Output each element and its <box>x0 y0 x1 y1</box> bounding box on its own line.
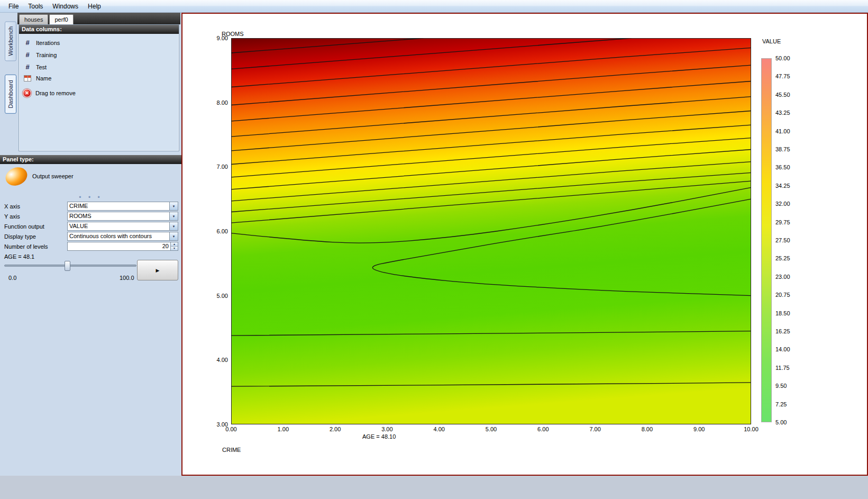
number-of-levels-value[interactable]: 20 <box>68 242 170 250</box>
drag-to-remove-target[interactable]: ✕ Drag to remove <box>19 84 179 99</box>
colorbar-tick-label: 47.75 <box>775 73 790 79</box>
dropdown-arrow-icon[interactable]: ▼ <box>169 212 178 220</box>
vertical-tab-dashboard[interactable]: Dashboard <box>5 75 16 114</box>
sweep-play-button[interactable]: ▶ <box>137 260 178 280</box>
sidebar: Workbench Dashboard houses perf0 Data co… <box>0 13 181 476</box>
spinner-up-icon[interactable]: ▲ <box>171 242 178 247</box>
colorbar-tick-label: 38.75 <box>775 146 790 152</box>
display-type-row: Display type Continuous colors with cont… <box>0 231 181 241</box>
menu-bar: File Tools Windows Help <box>0 0 868 13</box>
panel-type-name: Output sweeper <box>32 173 74 179</box>
sweeper-settings-form: X axis CRIME ▼ Y axis ROOMS ▼ Function o… <box>0 201 181 261</box>
dataset-tab-bar: houses perf0 <box>17 13 180 24</box>
y-axis-label: Y axis <box>4 213 67 220</box>
colorbar-tick-label: 43.25 <box>775 110 790 116</box>
menu-windows[interactable]: Windows <box>48 1 83 12</box>
colorbar-tick-label: 23.00 <box>775 274 790 280</box>
colorbar-tick-label: 11.75 <box>775 365 790 371</box>
colorbar-tick-label: 50.00 <box>775 55 790 61</box>
age-slider-track[interactable] <box>4 265 136 267</box>
data-columns-header: Data columns: <box>19 25 179 34</box>
function-output-select[interactable]: VALUE ▼ <box>67 222 178 231</box>
spinner-buttons: ▲ ▼ <box>170 242 178 250</box>
sweep-slider-area: 0.0 100.0 ▶ <box>0 260 181 284</box>
colorbar-axis: 50.0047.7545.5043.2541.0038.7536.5034.25… <box>182 14 867 475</box>
y-axis-select[interactable]: ROOMS ▼ <box>67 212 178 221</box>
dataset-tab-area: houses perf0 Data columns: # Iterations … <box>17 13 180 163</box>
data-column-label: Iterations <box>36 40 60 46</box>
dropdown-arrow-icon[interactable]: ▼ <box>169 222 178 230</box>
x-axis-value: CRIME <box>68 202 169 210</box>
data-column-test[interactable]: # Test <box>19 61 179 73</box>
panel-type-row[interactable]: Output sweeper <box>5 166 74 187</box>
window-bottom-strip <box>0 476 868 499</box>
colorbar-tick-label: 25.25 <box>775 255 790 261</box>
age-slider-thumb[interactable] <box>65 261 70 271</box>
x-axis-row: X axis CRIME ▼ <box>0 201 181 211</box>
colorbar-tick-label: 14.00 <box>775 346 790 352</box>
data-column-label: Training <box>36 52 57 58</box>
drag-to-remove-label: Drag to remove <box>35 90 76 96</box>
menu-file[interactable]: File <box>4 1 23 12</box>
data-column-name[interactable]: Name <box>19 73 179 84</box>
play-icon: ▶ <box>156 268 160 273</box>
spinner-down-icon[interactable]: ▼ <box>171 247 178 250</box>
number-of-levels-spinner[interactable]: 20 ▲ ▼ <box>67 242 178 251</box>
output-sweeper-icon <box>3 164 30 188</box>
remove-icon: ✕ <box>23 89 31 97</box>
colorbar-tick-label: 16.25 <box>775 328 790 334</box>
colorbar-tick-label: 36.50 <box>775 164 790 170</box>
number-of-levels-label: Number of levels <box>4 243 67 250</box>
data-columns-box: Data columns: # Iterations # Training # … <box>19 24 179 151</box>
function-output-row: Function output VALUE ▼ <box>0 221 181 231</box>
menu-tools[interactable]: Tools <box>24 1 47 12</box>
display-type-value: Continuous colors with contours <box>68 232 169 240</box>
slider-min-label: 0.0 <box>8 275 16 281</box>
x-axis-label: X axis <box>4 203 67 210</box>
numeric-column-icon: # <box>24 51 31 59</box>
colorbar-tick-label: 45.50 <box>775 92 790 98</box>
y-axis-value: ROOMS <box>68 212 169 220</box>
colorbar-tick-label: 32.00 <box>775 201 790 207</box>
panel-type-header: Panel type: <box>0 155 181 164</box>
number-of-levels-row: Number of levels 20 ▲ ▼ <box>0 241 181 251</box>
tab-perf0[interactable]: perf0 <box>49 14 73 24</box>
display-type-label: Display type <box>4 233 67 240</box>
menu-help[interactable]: Help <box>84 1 105 12</box>
display-type-select[interactable]: Continuous colors with contours ▼ <box>67 232 178 241</box>
data-column-label: Test <box>36 64 47 70</box>
slider-max-label: 100.0 <box>120 275 134 281</box>
colorbar-tick-label: 7.25 <box>775 401 787 407</box>
colorbar-tick-label: 9.50 <box>775 383 787 389</box>
table-column-icon <box>24 75 31 81</box>
numeric-column-icon: # <box>24 39 31 47</box>
colorbar-tick-label: 18.50 <box>775 310 790 316</box>
vertical-tab-strip: Workbench Dashboard <box>5 21 17 128</box>
vertical-tab-workbench[interactable]: Workbench <box>5 21 16 61</box>
x-axis-select[interactable]: CRIME ▼ <box>67 202 178 211</box>
colorbar-tick-label: 34.25 <box>775 183 790 189</box>
dropdown-arrow-icon[interactable]: ▼ <box>169 202 178 210</box>
data-column-training[interactable]: # Training <box>19 49 179 61</box>
function-output-value: VALUE <box>68 222 169 230</box>
function-output-label: Function output <box>4 223 67 230</box>
colorbar-tick-label: 41.00 <box>775 128 790 134</box>
data-column-label: Name <box>36 75 51 81</box>
chart-panel: ROOMS 9.008.007.006.005.004.003.00 0.001… <box>181 13 868 476</box>
numeric-column-icon: # <box>24 63 31 71</box>
dropdown-arrow-icon[interactable]: ▼ <box>169 232 178 240</box>
colorbar-tick-label: 27.50 <box>775 237 790 243</box>
splitter-dots-handle[interactable]: • • • <box>0 194 181 201</box>
colorbar-tick-label: 5.00 <box>775 419 787 425</box>
data-columns-list: # Iterations # Training # Test Name <box>19 34 179 99</box>
y-axis-row: Y axis ROOMS ▼ <box>0 211 181 221</box>
colorbar-tick-label: 20.75 <box>775 292 790 298</box>
tab-houses[interactable]: houses <box>19 14 48 24</box>
data-column-iterations[interactable]: # Iterations <box>19 37 179 49</box>
colorbar-tick-label: 29.75 <box>775 219 790 225</box>
